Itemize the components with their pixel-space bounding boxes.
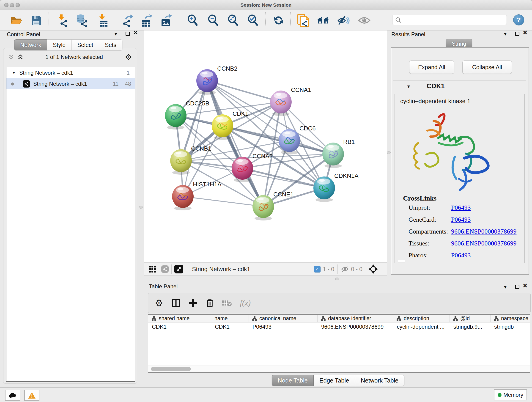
crosslink-link[interactable]: 9606.ENSP00000378699 (451, 228, 516, 235)
table-cell: 9606.ENSP00000378699 (317, 322, 393, 331)
function-builder-button[interactable]: f(x) (240, 298, 251, 308)
help-button[interactable]: ? (513, 14, 524, 26)
export-image-button[interactable] (159, 13, 172, 27)
home-networks-button[interactable] (317, 13, 329, 27)
network-options-button[interactable]: ⚙ (125, 53, 132, 61)
network-type-icon[interactable] (161, 265, 169, 273)
zoom-out-button[interactable] (207, 13, 220, 27)
import-network-button[interactable] (56, 13, 69, 27)
string-protein-query-button[interactable] (297, 13, 310, 27)
import-table-button[interactable] (96, 13, 109, 27)
detach-view-button[interactable] (174, 265, 183, 274)
left-splitter-handle[interactable] (139, 206, 143, 209)
column-header-canonical-name[interactable]: canonical name (249, 315, 317, 322)
scrollbar-thumb[interactable] (151, 367, 191, 371)
control-panel-menu-button[interactable]: ▼ (114, 32, 118, 37)
toolbar-separator (114, 12, 114, 28)
zoom-in-button[interactable] (186, 13, 199, 27)
network-node-CDC6[interactable]: CDC6 (279, 125, 316, 154)
search-input[interactable] (403, 17, 504, 23)
network-node-CDKN1A[interactable]: CDKN1A (313, 172, 359, 202)
refresh-icon (273, 14, 285, 26)
column-header-@id[interactable]: @id (450, 315, 491, 322)
table-panel-menu-button[interactable]: ▼ (503, 285, 507, 290)
expand-all-button[interactable]: Expand All (409, 61, 454, 74)
column-header-shared-name[interactable]: shared name (148, 315, 211, 322)
selected-count: 1 - 0 (323, 266, 334, 273)
tab-sets[interactable]: Sets (99, 39, 122, 51)
column-type-icon (396, 316, 401, 321)
import-network-from-database-button[interactable] (76, 13, 89, 27)
tab-select[interactable]: Select (71, 39, 99, 51)
control-panel-float-button[interactable] (126, 32, 130, 36)
collapse-all-button[interactable]: Collapse All (462, 61, 512, 74)
table-panel-tabs: Node TableEdge TableNetwork Table (272, 375, 404, 386)
cloud-status-button[interactable] (5, 390, 20, 401)
network-canvas[interactable]: CCNB2CCNA1CDC25BCDK1CDC6RB1CCNB1CCNA2CDK… (144, 30, 387, 263)
tab-node-table[interactable]: Node Table (272, 375, 314, 386)
crosslink-link[interactable]: P06493 (451, 216, 471, 223)
results-panel-close-button[interactable]: × (523, 30, 527, 35)
network-row-selected[interactable]: String Network – cdk1 11 48 (6, 78, 135, 89)
expand-all-networks-button[interactable] (17, 54, 23, 60)
tab-network-table[interactable]: Network Table (355, 375, 404, 386)
bottom-splitter-handle[interactable] (335, 278, 339, 280)
column-header-database-identifier[interactable]: database identifier (317, 315, 393, 322)
column-type-icon (152, 316, 157, 321)
hidden-items-eye-icon[interactable] (341, 266, 349, 272)
column-header-description[interactable]: description (393, 315, 450, 322)
apply-layout-button[interactable] (272, 13, 285, 27)
birdseye-view-button[interactable] (368, 264, 378, 274)
results-panel-menu-button[interactable]: ▼ (503, 32, 507, 37)
tab-edge-table[interactable]: Edge Table (314, 375, 355, 386)
open-session-button[interactable] (10, 13, 23, 27)
search-field[interactable] (392, 15, 507, 25)
warnings-button[interactable] (24, 390, 39, 401)
houses-icon (317, 15, 329, 26)
tab-network[interactable]: Network (14, 39, 47, 51)
save-session-button[interactable] (30, 13, 43, 27)
tab-style[interactable]: Style (47, 39, 72, 51)
delete-column-button[interactable] (205, 298, 215, 308)
column-header-name[interactable]: name (211, 315, 249, 322)
zoom-selected-button[interactable] (247, 13, 259, 27)
gene-section-caret[interactable]: ▼ (406, 84, 411, 89)
crosslink-link[interactable]: 9606.ENSP00000378699 (451, 240, 516, 247)
column-header-namespace[interactable]: namespace (491, 315, 530, 322)
show-grid-button[interactable] (148, 265, 156, 273)
export-network-button[interactable] (121, 13, 133, 27)
table-horizontal-scrollbar[interactable] (148, 366, 530, 372)
crosslink-link[interactable]: P06493 (451, 204, 471, 211)
save-floppy-icon (31, 15, 42, 26)
memory-button[interactable]: Memory (494, 389, 527, 400)
control-panel-close-button[interactable]: × (133, 30, 138, 35)
selected-items-checkbox[interactable]: ✓ (314, 266, 321, 273)
collapse-all-networks-button[interactable] (8, 54, 14, 60)
network-node-RB1[interactable]: RB1 (322, 138, 355, 168)
show-columns-button[interactable] (171, 298, 181, 308)
table-panel-float-button[interactable] (515, 285, 519, 289)
table-cell: P06493 (249, 322, 317, 331)
zoom-fit-button[interactable] (227, 13, 239, 27)
show-panel-button[interactable] (358, 13, 371, 27)
network-node-HIST1H1A[interactable]: HIST1H1A (172, 181, 222, 211)
export-image-icon (160, 14, 172, 27)
zoom-fit-icon (227, 14, 239, 26)
table-settings-button[interactable]: ⚙ (154, 298, 164, 308)
results-panel-float-button[interactable] (515, 32, 519, 36)
network-collection-row[interactable]: ▼ String Network – cdk1 1 (6, 67, 135, 78)
zoom-out-icon (207, 14, 219, 26)
crosslink-link[interactable]: P06493 (451, 252, 471, 259)
hide-panel-button[interactable] (337, 13, 350, 27)
maximize-window-button[interactable] (16, 3, 20, 7)
table-row[interactable]: CDK1CDK1P064939606.ENSP00000378699cyclin… (148, 322, 530, 331)
collection-expand-caret[interactable]: ▼ (12, 70, 18, 75)
export-table-button[interactable] (140, 13, 153, 27)
network-node-CDK1[interactable]: CDK1 (212, 110, 248, 140)
minimize-window-button[interactable] (10, 3, 14, 7)
add-column-button[interactable] (188, 298, 198, 308)
delete-table-button[interactable] (222, 298, 232, 308)
close-window-button[interactable] (4, 3, 8, 7)
collection-count: 1 (127, 70, 130, 76)
table-panel-close-button[interactable]: × (523, 283, 527, 288)
